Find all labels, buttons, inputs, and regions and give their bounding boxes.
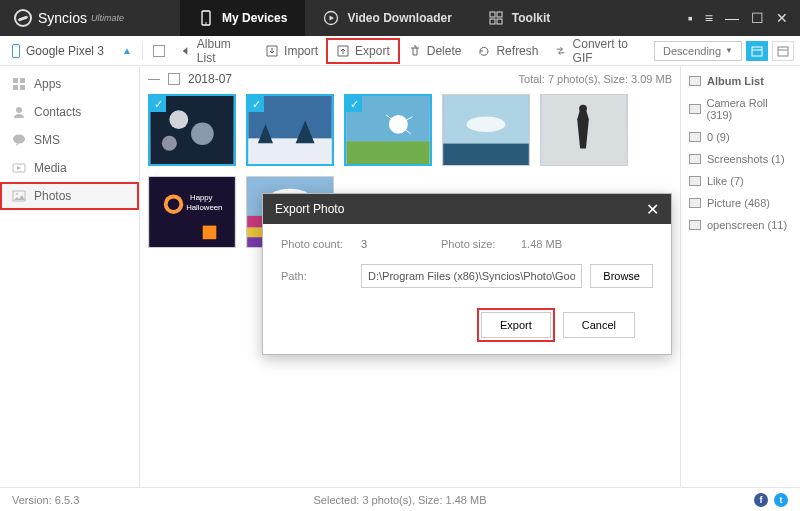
sidebar-label: Contacts bbox=[34, 105, 81, 119]
sidebar-item-sms[interactable]: SMS bbox=[0, 126, 139, 154]
photo-count-label: Photo count: bbox=[281, 238, 361, 250]
dialog-cancel-button[interactable]: Cancel bbox=[563, 312, 635, 338]
view-list-button[interactable] bbox=[772, 41, 794, 61]
dialog-export-button[interactable]: Export bbox=[481, 312, 551, 338]
selected-text: Selected: 3 photo(s), Size: 1.48 MB bbox=[313, 494, 486, 506]
sidebar-label: Photos bbox=[34, 189, 71, 203]
svg-point-1 bbox=[205, 22, 207, 24]
sidebar-item-media[interactable]: Media bbox=[0, 154, 139, 182]
facebook-icon[interactable]: f bbox=[754, 493, 768, 507]
refresh-button[interactable]: Refresh bbox=[469, 40, 546, 62]
svg-rect-7 bbox=[752, 47, 762, 56]
group-header: — 2018-07 Total: 7 photo(s), Size: 3.09 … bbox=[140, 66, 680, 92]
svg-point-32 bbox=[467, 116, 506, 132]
device-phone-icon bbox=[12, 44, 20, 58]
sidebar-item-apps[interactable]: Apps bbox=[0, 70, 139, 98]
collapse-icon[interactable]: — bbox=[148, 72, 160, 86]
media-icon bbox=[12, 161, 26, 175]
album-icon bbox=[689, 220, 701, 230]
album-item[interactable]: Picture (468) bbox=[681, 192, 800, 214]
svg-text:Halloween: Halloween bbox=[186, 203, 222, 212]
svg-point-17 bbox=[16, 193, 18, 195]
album-item[interactable]: Screenshots (1) bbox=[681, 148, 800, 170]
tab-video-downloader[interactable]: Video Downloader bbox=[305, 0, 469, 36]
convert-gif-button[interactable]: Convert to GIF bbox=[546, 33, 654, 69]
svg-rect-25 bbox=[346, 141, 429, 164]
refresh-icon bbox=[477, 44, 491, 58]
album-item[interactable]: openscreen (11) bbox=[681, 214, 800, 236]
dialog-title: Export Photo bbox=[275, 202, 344, 216]
svg-point-19 bbox=[169, 110, 188, 129]
photo-thumbnail[interactable]: ✓ bbox=[148, 94, 236, 166]
photo-thumbnail[interactable] bbox=[442, 94, 530, 166]
twitter-icon[interactable]: t bbox=[774, 493, 788, 507]
minimize-icon[interactable]: — bbox=[725, 10, 739, 26]
svg-point-21 bbox=[162, 136, 177, 151]
checkmark-icon: ✓ bbox=[248, 96, 264, 112]
close-icon[interactable]: ✕ bbox=[776, 10, 788, 26]
tab-my-devices[interactable]: My Devices bbox=[180, 0, 305, 36]
contacts-icon bbox=[12, 105, 26, 119]
sidebar-item-contacts[interactable]: Contacts bbox=[0, 98, 139, 126]
album-item[interactable]: Like (7) bbox=[681, 170, 800, 192]
svg-rect-5 bbox=[490, 19, 495, 24]
title-bar: Syncios Ultimate My Devices Video Downlo… bbox=[0, 0, 800, 36]
group-total: Total: 7 photo(s), Size: 3.09 MB bbox=[519, 73, 672, 85]
view-grid-button[interactable] bbox=[746, 41, 768, 61]
brand-name: Syncios bbox=[38, 10, 87, 26]
select-all-checkbox[interactable] bbox=[147, 41, 171, 61]
album-item[interactable]: 0 (9) bbox=[681, 126, 800, 148]
export-icon bbox=[336, 44, 350, 58]
svg-rect-10 bbox=[20, 78, 25, 83]
folder-icon bbox=[689, 76, 701, 86]
dialog-close-icon[interactable]: ✕ bbox=[646, 200, 659, 219]
browse-button[interactable]: Browse bbox=[590, 264, 653, 288]
device-selector[interactable]: Google Pixel 3 ▲ bbox=[6, 44, 138, 58]
photo-thumbnail[interactable]: ✓ bbox=[246, 94, 334, 166]
export-photo-dialog: Export Photo ✕ Photo count: 3 Photo size… bbox=[262, 193, 672, 355]
import-button[interactable]: Import bbox=[257, 40, 326, 62]
path-label: Path: bbox=[281, 270, 361, 282]
delete-button[interactable]: Delete bbox=[400, 40, 470, 62]
dialog-body: Photo count: 3 Photo size: 1.48 MB Path:… bbox=[263, 224, 671, 354]
chevron-down-icon: ▼ bbox=[725, 46, 733, 55]
svg-rect-11 bbox=[13, 85, 18, 90]
svg-rect-12 bbox=[20, 85, 25, 90]
menu-icon[interactable]: ≡ bbox=[705, 10, 713, 26]
svg-point-34 bbox=[579, 105, 587, 113]
svg-rect-40 bbox=[203, 226, 217, 240]
tab-toolkit[interactable]: Toolkit bbox=[470, 0, 568, 36]
album-icon bbox=[689, 176, 701, 186]
photo-thumbnail[interactable] bbox=[540, 94, 628, 166]
sms-icon bbox=[12, 133, 26, 147]
sidebar-item-photos[interactable]: Photos bbox=[0, 182, 139, 210]
photo-thumbnail[interactable]: HappyHalloween bbox=[148, 176, 236, 248]
play-circle-icon bbox=[323, 10, 339, 26]
feedback-icon[interactable]: ▪ bbox=[688, 10, 693, 26]
calendar-grid-icon bbox=[751, 45, 763, 57]
sidebar-right: Album List Camera Roll (319) 0 (9) Scree… bbox=[680, 66, 800, 487]
photo-thumbnail[interactable]: ✓ bbox=[344, 94, 432, 166]
sidebar-label: Apps bbox=[34, 77, 61, 91]
brand-edition: Ultimate bbox=[91, 13, 124, 23]
version-text: Version: 6.5.3 bbox=[12, 494, 79, 506]
group-checkbox[interactable] bbox=[168, 73, 180, 85]
tab-label: My Devices bbox=[222, 11, 287, 25]
svg-rect-6 bbox=[497, 19, 502, 24]
group-date: 2018-07 bbox=[188, 72, 232, 86]
export-button[interactable]: Export bbox=[326, 38, 400, 64]
separator bbox=[142, 42, 143, 60]
sort-button[interactable]: Descending ▼ bbox=[654, 41, 742, 61]
trash-icon bbox=[408, 44, 422, 58]
album-icon bbox=[689, 198, 701, 208]
toolbar: Google Pixel 3 ▲ Album List Import Expor… bbox=[0, 36, 800, 66]
maximize-icon[interactable]: ☐ bbox=[751, 10, 764, 26]
path-input[interactable] bbox=[361, 264, 582, 288]
album-item[interactable]: Camera Roll (319) bbox=[681, 92, 800, 126]
device-name: Google Pixel 3 bbox=[26, 44, 104, 58]
main-tabs: My Devices Video Downloader Toolkit bbox=[180, 0, 568, 36]
status-bar: Version: 6.5.3 Selected: 3 photo(s), Siz… bbox=[0, 487, 800, 511]
album-list-button[interactable]: Album List bbox=[171, 33, 257, 69]
brand: Syncios Ultimate bbox=[0, 9, 180, 27]
svg-point-13 bbox=[16, 107, 22, 113]
